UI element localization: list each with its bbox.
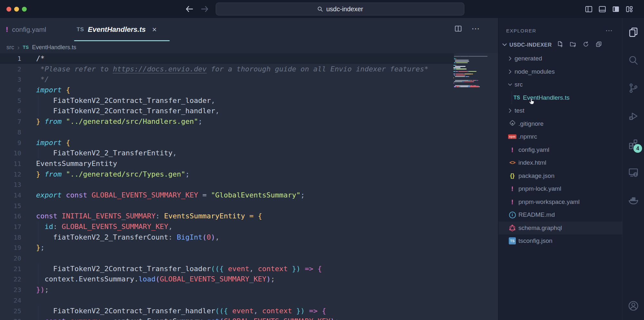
minimap-line <box>453 81 490 82</box>
code-line-text[interactable]: const INITIAL_EVENTS_SUMMARY: EventsSumm… <box>21 212 262 220</box>
minimap-segment <box>456 62 468 63</box>
code-token <box>62 86 66 94</box>
explorer-more-actions-icon[interactable]: ⋯ <box>605 27 613 34</box>
minimap-segment <box>456 59 456 59</box>
refresh-button[interactable] <box>582 41 590 49</box>
code-line-text[interactable]: } from "../generated/src/Types.gen"; <box>21 170 190 178</box>
file-readme-md[interactable]: iREADME.md <box>498 208 622 222</box>
toggle-panel-right-icon[interactable] <box>611 5 620 14</box>
code-line: 24 <box>0 295 454 306</box>
tab-config-yaml[interactable]: ! config.yaml <box>6 18 46 41</box>
breadcrumb-folder[interactable]: src <box>6 44 14 51</box>
code-line-text[interactable]: FiatTokenV2_2Contract_Transfer_loader(({… <box>21 265 322 273</box>
breadcrumb-file[interactable]: EventHandlers.ts <box>32 44 76 51</box>
folder-node-modules[interactable]: node_modules <box>498 65 622 78</box>
split-editor-icon[interactable] <box>454 24 462 33</box>
file-name: src <box>515 81 523 88</box>
code-token: import <box>36 139 62 147</box>
code-token: "GlobalEventsSummary" <box>211 191 300 199</box>
file-pnpm-lock-yaml[interactable]: !pnpm-lock.yaml <box>498 182 622 196</box>
more-actions-icon[interactable]: ⋯ <box>471 25 480 32</box>
code-token <box>62 139 66 147</box>
activity-explorer[interactable] <box>622 18 644 46</box>
activity-docker[interactable] <box>622 186 644 214</box>
activity-source-control[interactable] <box>622 74 644 102</box>
close-window-button[interactable] <box>6 7 11 12</box>
code-line-text[interactable]: FiatTokenV2_2Contract_Transfer_handler, <box>21 107 220 115</box>
file--npmrc[interactable]: npm.npmrc <box>498 130 622 143</box>
code-line-text[interactable] <box>21 128 36 136</box>
activity-search[interactable] <box>622 46 644 74</box>
code-line: 10 FiatTokenV2_2_TransferEntity, <box>0 148 454 159</box>
code-line-text[interactable]: EventsSummaryEntity <box>21 160 117 168</box>
explorer-toolbar <box>556 41 602 49</box>
code-line: 17 id: GLOBAL_EVENTS_SUMMARY_KEY, <box>0 222 454 232</box>
folder-src[interactable]: src <box>498 78 622 91</box>
file-index-html[interactable]: <>index.html <box>498 156 622 169</box>
code-line-text[interactable] <box>21 254 36 262</box>
file-eventhandlers-ts[interactable]: TSEventHandlers.ts <box>498 91 622 105</box>
code-token: } <box>36 243 40 251</box>
code-line-text[interactable]: *Please refer to https://docs.envio.dev … <box>21 65 429 73</box>
code-line: 22 context.EventsSummary.load(GLOBAL_EVE… <box>0 274 454 285</box>
search-input[interactable]: usdc-indexer <box>326 5 363 13</box>
back-arrow-icon[interactable] <box>184 4 194 14</box>
code-line-text[interactable]: }); <box>21 286 49 294</box>
code-line-text[interactable]: } from "../generated/src/Handlers.gen"; <box>21 117 203 125</box>
code-token: { <box>66 86 70 94</box>
code-line-text[interactable]: }; <box>21 243 45 251</box>
code-line-text[interactable]: id: GLOBAL_EVENTS_SUMMARY_KEY, <box>21 223 173 231</box>
workspace-section-header[interactable]: USDC-INDEXER <box>498 37 622 52</box>
folder-test[interactable]: test <box>498 104 622 117</box>
minimap-segment <box>456 65 456 66</box>
code-line-text[interactable]: /* <box>21 54 45 62</box>
code-line: 7} from "../generated/src/Handlers.gen"; <box>0 116 454 127</box>
source-control-icon <box>628 83 639 94</box>
file-pnpm-workspace-yaml[interactable]: !pnpm-workspace.yaml <box>498 196 622 209</box>
toggle-panel-left-icon[interactable] <box>584 5 593 14</box>
activity-run-debug[interactable] <box>622 102 644 130</box>
code-line-text[interactable] <box>21 202 36 210</box>
command-center-search[interactable]: usdc-indexer <box>216 3 464 15</box>
minimize-window-button[interactable] <box>14 7 19 12</box>
minimap[interactable] <box>453 55 490 87</box>
code-line-text[interactable] <box>21 296 36 304</box>
code-line-text[interactable]: FiatTokenV2_2Contract_Transfer_handler((… <box>21 307 326 315</box>
tab-bar: ! config.yaml TS EventHandlers.ts × ⋯ <box>0 18 498 41</box>
close-tab-icon[interactable]: × <box>152 25 156 34</box>
new-file-button[interactable] <box>556 41 564 49</box>
activity-remote-explorer[interactable] <box>622 158 644 186</box>
code-token: const <box>66 191 87 199</box>
file-config-yaml[interactable]: !config.yaml <box>498 143 622 157</box>
code-line: 4import { <box>0 85 454 96</box>
zoom-window-button[interactable] <box>22 7 27 12</box>
customize-layout-icon[interactable] <box>625 5 634 14</box>
line-number: 22 <box>0 274 21 285</box>
collapse-all-button[interactable] <box>595 41 602 49</box>
code-line-text[interactable]: FiatTokenV2_2Contract_Transfer_loader, <box>21 96 215 105</box>
folder-generated[interactable]: generated <box>498 52 622 65</box>
code-line-text[interactable]: context.EventsSummary.load(GLOBAL_EVENTS… <box>21 275 275 283</box>
file-tsconfig-json[interactable]: TStsconfig.json <box>498 234 622 248</box>
file--gitignore[interactable]: .gitignore <box>498 117 622 131</box>
activity-extensions[interactable]: 4 <box>622 130 644 158</box>
code-line-text[interactable]: export const GLOBAL_EVENTS_SUMMARY_KEY =… <box>21 191 305 199</box>
code-editor[interactable]: 1/*2 *Please refer to https://docs.envio… <box>0 53 498 320</box>
new-folder-button[interactable] <box>569 41 577 49</box>
code-line: 16const INITIAL_EVENTS_SUMMARY: EventsSu… <box>0 211 454 222</box>
file-package-json[interactable]: {}package.json <box>498 169 622 183</box>
code-line-text[interactable]: */ <box>21 75 49 83</box>
file-schema-graphql[interactable]: schema.graphql <box>498 222 622 235</box>
code-line-text[interactable]: fiatTokenV2_2_TransferCount: BigInt(0), <box>21 233 220 241</box>
code-line-text[interactable] <box>21 180 36 188</box>
file-icon <box>508 224 516 232</box>
code-line-text[interactable]: import { <box>21 86 70 94</box>
tab-eventhandlers-ts[interactable]: TS EventHandlers.ts × <box>75 18 158 41</box>
code-line-text[interactable]: import { <box>21 139 70 147</box>
code-line-text[interactable]: const summary = context.EventsSummary.ge… <box>21 317 339 320</box>
code-token: FiatTokenV2_2Contract_Transfer_loader <box>36 96 211 105</box>
forward-arrow-icon[interactable] <box>200 4 210 14</box>
code-line-text[interactable]: FiatTokenV2_2_TransferEntity, <box>21 149 177 157</box>
toggle-panel-bottom-icon[interactable] <box>598 5 607 14</box>
activity-account[interactable] <box>622 296 644 315</box>
